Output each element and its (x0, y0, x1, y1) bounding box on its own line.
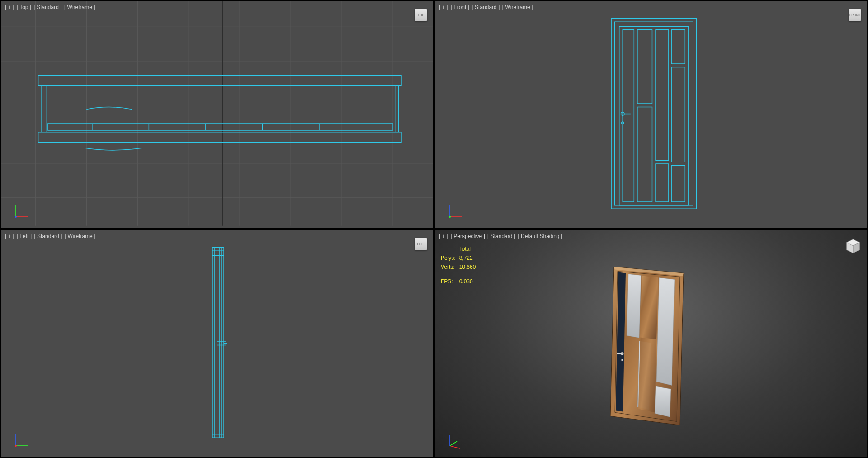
svg-rect-37 (656, 30, 669, 161)
svg-rect-16 (38, 75, 401, 86)
svg-marker-72 (640, 276, 658, 339)
svg-marker-69 (656, 277, 675, 385)
wireframe-left (1, 230, 433, 455)
svg-point-60 (15, 445, 17, 447)
door-render (606, 263, 696, 430)
viewcube-top[interactable]: TOP (415, 9, 427, 21)
wireframe-top (1, 1, 433, 226)
svg-marker-67 (627, 274, 641, 338)
stats-polys-value: 8,722 (459, 254, 479, 262)
viewport-menu-mode[interactable]: [ Default Shading ] (518, 233, 562, 239)
viewport-menu-name[interactable]: [ Top ] (17, 4, 31, 10)
stats-polys-label: Polys: (441, 254, 458, 262)
svg-point-75 (621, 359, 623, 361)
stats-verts-value: 10,660 (459, 263, 479, 271)
stats-total-label: Total (459, 245, 479, 253)
viewport-menu-mode[interactable]: [ Wireframe ] (64, 4, 95, 10)
viewport-front[interactable]: [ + ] [ Front ] [ Standard ] [ Wireframe… (435, 1, 867, 228)
axis-gizmo-left[interactable] (12, 431, 30, 449)
viewport-top[interactable]: [ + ] [ Top ] [ Standard ] [ Wireframe ]… (1, 1, 433, 228)
viewport-menu-mode[interactable]: [ Wireframe ] (65, 233, 96, 239)
viewport-menu-shader[interactable]: [ Standard ] (472, 4, 500, 10)
viewport-menu-shader[interactable]: [ Standard ] (487, 233, 515, 239)
viewport-menu-plus[interactable]: [ + ] (439, 233, 448, 239)
viewport-menu-shader[interactable]: [ Standard ] (34, 233, 62, 239)
svg-rect-34 (623, 30, 634, 202)
viewport-label-perspective[interactable]: [ + ] [ Perspective ] [ Standard ] [ Def… (439, 233, 563, 239)
svg-line-78 (450, 441, 457, 446)
svg-rect-22 (48, 124, 393, 130)
svg-rect-40 (671, 67, 685, 162)
viewcube-front[interactable]: FRONT (849, 9, 861, 21)
stats-fps-label: FPS: (441, 277, 458, 286)
wireframe-front (435, 1, 867, 226)
viewport-menu-name[interactable]: [ Left ] (17, 233, 32, 239)
viewcube-perspective[interactable] (845, 238, 861, 254)
viewport-left[interactable]: [ + ] [ Left ] [ Standard ] [ Wireframe … (1, 230, 433, 457)
viewport-menu-plus[interactable]: [ + ] (5, 233, 14, 239)
viewport-menu-name[interactable]: [ Front ] (451, 4, 469, 10)
svg-rect-17 (38, 132, 401, 143)
stats-verts-label: Verts: (441, 263, 458, 271)
viewport-menu-name[interactable]: [ Perspective ] (451, 233, 485, 239)
svg-line-77 (450, 446, 460, 448)
svg-rect-48 (212, 248, 224, 438)
viewport-label-left[interactable]: [ + ] [ Left ] [ Standard ] [ Wireframe … (5, 233, 96, 239)
viewport-perspective[interactable]: [ + ] [ Perspective ] [ Standard ] [ Def… (435, 230, 867, 457)
svg-rect-35 (637, 30, 652, 104)
viewport-menu-plus[interactable]: [ + ] (5, 4, 14, 10)
stats-fps-value: 0.030 (459, 277, 479, 286)
svg-point-47 (449, 216, 451, 218)
viewport-label-top[interactable]: [ + ] [ Top ] [ Standard ] [ Wireframe ] (5, 4, 96, 10)
svg-rect-41 (671, 166, 685, 202)
svg-point-30 (15, 216, 17, 218)
svg-rect-39 (671, 30, 685, 64)
viewport-menu-plus[interactable]: [ + ] (439, 4, 448, 10)
statistics-overlay: Total Polys: 8,722 Verts: 10,660 FPS: 0.… (440, 244, 479, 286)
viewport-menu-shader[interactable]: [ Standard ] (34, 4, 62, 10)
viewport-label-front[interactable]: [ + ] [ Front ] [ Standard ] [ Wireframe… (439, 4, 534, 10)
svg-marker-70 (655, 386, 671, 417)
svg-rect-33 (619, 26, 689, 205)
viewcube-left[interactable]: LEFT (415, 238, 427, 250)
viewport-grid: [ + ] [ Top ] [ Standard ] [ Wireframe ]… (0, 0, 868, 458)
axis-gizmo-perspective[interactable] (446, 431, 464, 449)
axis-gizmo-top[interactable] (12, 202, 30, 220)
svg-rect-38 (656, 164, 669, 202)
svg-rect-36 (637, 107, 652, 202)
viewport-menu-mode[interactable]: [ Wireframe ] (502, 4, 533, 10)
svg-rect-74 (617, 353, 622, 354)
axis-gizmo-front[interactable] (446, 202, 464, 220)
